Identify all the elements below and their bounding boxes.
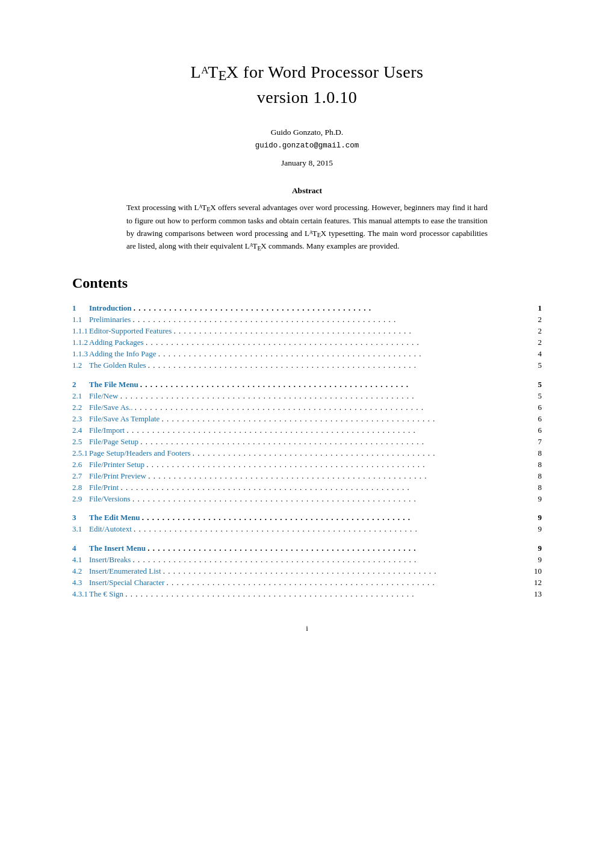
toc-subsection-4-3: 4.3 Insert/Special Character . . . . . .… [72,577,542,588]
toc-section-4: 4 The Insert Menu . . . . . . . . . . . … [72,540,542,554]
toc-subsection-1-2: 1.2 The Golden Rules . . . . . . . . . .… [72,360,542,371]
toc-subsubsection-1-1-1: 1.1.1 Editor-Supported Features . . . . … [72,326,542,337]
toc-subsubsection-1-1-2: 1.1.2 Adding Packages . . . . . . . . . … [72,337,542,349]
contents-section: Contents 1 Introduction . . . . . . . . … [72,275,542,600]
document-date: January 8, 2015 [281,158,333,167]
abstract-section: Abstract Text processing with LATEX offe… [126,186,488,253]
toc-subsubsection-4-3-1: 4.3.1 The € Sign . . . . . . . . . . . .… [72,588,542,600]
abstract-title: Abstract [126,186,488,196]
toc-subsection-4-1: 4.1 Insert/Breaks . . . . . . . . . . . … [72,554,542,565]
page-number: i [72,624,542,633]
toc-subsection-2-9: 2.9 File/Versions . . . . . . . . . . . … [72,493,542,504]
toc-subsection-2-1: 2.1 File/New . . . . . . . . . . . . . .… [72,390,542,401]
document-title: LATEX for Word Processor Users version 1… [72,60,542,109]
toc-subsection-2-6: 2.6 File/Printer Setup . . . . . . . . .… [72,459,542,470]
toc-subsubsection-1-1-3: 1.1.3 Adding the Info Page . . . . . . .… [72,349,542,360]
toc-subsection-2-5: 2.5 File/Page Setup . . . . . . . . . . … [72,436,542,447]
toc-num-1: 1 [72,300,89,314]
date-block: January 8, 2015 [72,158,542,168]
toc-label-1[interactable]: Introduction . . . . . . . . . . . . . .… [89,300,530,314]
author-email: guido.gonzato@gmail.com [72,140,542,152]
toc-subsection-2-8: 2.8 File/Print . . . . . . . . . . . . .… [72,482,542,493]
title-block: LATEX for Word Processor Users version 1… [72,60,542,109]
author-block: Guido Gonzato, Ph.D. guido.gonzato@gmail… [72,126,542,152]
contents-title: Contents [72,275,542,291]
toc-subsection-2-3: 2.3 File/Save As Template . . . . . . . … [72,413,542,424]
toc-section-1: 1 Introduction . . . . . . . . . . . . .… [72,300,542,314]
toc-subsection-2-2: 2.2 File/Save As.. . . . . . . . . . . .… [72,401,542,413]
abstract-text: Text processing with LATEX offers severa… [126,202,488,253]
toc-spacer-1 [72,371,542,376]
toc-section-3: 3 The Edit Menu . . . . . . . . . . . . … [72,509,542,524]
toc-page-1: 1 [530,300,542,314]
toc-spacer-3 [72,535,542,540]
title-line2: version 1.0.10 [257,88,357,107]
toc-section-2: 2 The File Menu . . . . . . . . . . . . … [72,376,542,391]
author-name: Guido Gonzato, Ph.D. [72,126,542,140]
toc-subsection-2-7: 2.7 File/Print Preview . . . . . . . . .… [72,470,542,482]
toc-subsection-1-1: 1.1 Preliminaries . . . . . . . . . . . … [72,314,542,326]
toc-subsubsection-2-5-1: 2.5.1 Page Setup/Headers and Footers . .… [72,447,542,459]
toc-spacer-2 [72,504,542,509]
toc-subsection-4-2: 4.2 Insert/Enumerated List . . . . . . .… [72,565,542,577]
toc-table: 1 Introduction . . . . . . . . . . . . .… [72,300,542,600]
title-line1: LATEX for Word Processor Users [191,63,424,81]
toc-subsection-2-4: 2.4 File/Import . . . . . . . . . . . . … [72,424,542,436]
toc-subsection-3-1: 3.1 Edit/Autotext . . . . . . . . . . . … [72,524,542,535]
